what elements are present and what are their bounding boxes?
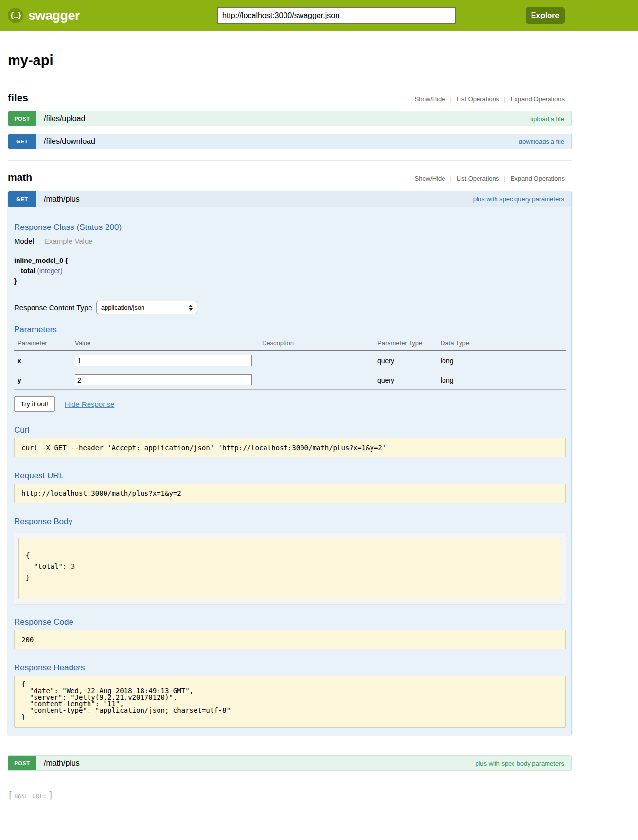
resource-math: math Show/Hide|List Operations|Expand Op… <box>8 172 572 771</box>
footer-base-url: [BASE URL:] <box>8 790 638 800</box>
op-panel-math-get-plus: GET /math/plus plus with spec query para… <box>8 191 572 735</box>
response-body-heading: Response Body <box>14 517 566 526</box>
link-separator: | <box>450 95 451 103</box>
response-body-wrap: { "total": 3 } <box>14 533 566 604</box>
col-parameter: Parameter <box>14 337 75 350</box>
request-url-value: http://localhost:3000/math/plus?x=1&y=2 <box>14 484 566 503</box>
try-row: Try it out! Hide Response <box>14 396 566 412</box>
response-headers-heading: Response Headers <box>14 663 566 673</box>
op-row-files-download[interactable]: GET /files/download downloads a file <box>8 134 572 149</box>
op-summary-math-get-plus[interactable]: plus with spec query parameters <box>473 195 564 203</box>
expand-operations-link[interactable]: Expand Operations <box>511 175 565 182</box>
col-data-type: Data Type <box>441 337 566 350</box>
op-row-math-get-plus[interactable]: GET /math/plus plus with spec query para… <box>8 191 571 207</box>
tab-model[interactable]: Model <box>14 237 34 245</box>
response-class-tabs: Model Example Value <box>14 235 566 246</box>
op-path-math-get-plus[interactable]: /math/plus <box>44 195 80 204</box>
op-path-files-download[interactable]: /files/download <box>44 137 95 146</box>
get-method-badge: GET <box>8 134 36 149</box>
show-hide-link[interactable]: Show/Hide <box>415 175 445 182</box>
swagger-logo-link[interactable]: {…} swagger <box>8 0 80 31</box>
col-description: Description <box>262 337 377 350</box>
list-operations-link[interactable]: List Operations <box>457 175 499 182</box>
model-signature: inline_model_0 { total (integer) } <box>14 256 566 286</box>
tab-example-value[interactable]: Example Value <box>44 237 93 245</box>
response-content-type-label: Response Content Type <box>14 303 92 312</box>
param-description-y <box>262 370 377 390</box>
spec-url-input[interactable] <box>217 7 456 24</box>
footer-bracket-close: ] <box>48 790 53 800</box>
link-separator: | <box>504 175 505 182</box>
response-headers-json: { "date": "Wed, 22 Aug 2018 18:49:13 GMT… <box>14 676 566 728</box>
api-title: my-api <box>8 52 572 69</box>
param-value-input-x[interactable] <box>75 355 252 366</box>
model-open: inline_model_0 { <box>14 256 566 266</box>
col-value: Value <box>75 337 262 350</box>
resource-files-links: Show/Hide|List Operations|Expand Operati… <box>415 95 572 103</box>
show-hide-link[interactable]: Show/Hide <box>415 95 445 103</box>
resource-math-head: math Show/Hide|List Operations|Expand Op… <box>8 172 572 183</box>
parameters-header-row: Parameter Value Description Parameter Ty… <box>14 337 566 350</box>
param-value-input-y[interactable] <box>75 374 252 385</box>
param-type-x: query <box>377 350 441 370</box>
response-code-heading: Response Code <box>14 617 566 627</box>
param-name-x: x <box>14 350 75 370</box>
topbar: {…} swagger Explore <box>0 0 638 31</box>
op-summary-math-post-plus[interactable]: plus with spec body parameters <box>475 760 564 767</box>
op-path-files-upload[interactable]: /files/upload <box>44 114 85 123</box>
param-name-y: y <box>14 370 75 390</box>
parameters-heading: Parameters <box>14 325 566 334</box>
swagger-logo-text: swagger <box>28 8 80 23</box>
resource-math-links: Show/Hide|List Operations|Expand Operati… <box>415 175 572 182</box>
op-row-files-upload[interactable]: POST /files/upload upload a file <box>8 111 572 126</box>
request-url-heading: Request URL <box>14 471 566 481</box>
parameters-table: Parameter Value Description Parameter Ty… <box>14 337 566 390</box>
op-summary-files-download[interactable]: downloads a file <box>519 138 564 145</box>
link-separator: | <box>450 175 451 182</box>
explore-button[interactable]: Explore <box>526 7 565 24</box>
try-it-out-button[interactable]: Try it out! <box>14 396 55 412</box>
response-content-type-value: application/json <box>101 304 145 311</box>
post-method-badge: POST <box>8 111 36 126</box>
param-description-x <box>262 350 377 370</box>
content-wrap: my-api files Show/Hide|List Operations|E… <box>8 52 572 771</box>
parameter-row-y: y query long <box>14 370 566 390</box>
response-content-type-select[interactable]: application/json <box>96 301 197 314</box>
model-property-type: (integer) <box>37 267 62 275</box>
resource-math-title[interactable]: math <box>8 172 32 183</box>
response-body-json: { "total": 3 } <box>18 538 561 599</box>
model-property: total (integer) <box>14 266 566 276</box>
get-method-badge: GET <box>8 191 36 207</box>
response-body-json-number: 3 <box>71 562 75 570</box>
list-operations-link[interactable]: List Operations <box>457 95 499 103</box>
hide-response-link[interactable]: Hide Response <box>65 400 115 408</box>
param-type-y: query <box>377 370 441 390</box>
swagger-logo-icon: {…} <box>8 8 23 23</box>
parameter-row-x: x query long <box>14 350 566 370</box>
select-arrows-icon <box>189 305 193 311</box>
response-content-type-row: Response Content Type application/json <box>14 301 566 314</box>
response-body-json-close: } <box>26 574 30 581</box>
param-data-type-y: long <box>441 370 566 390</box>
footer-base-url-label: BASE URL: <box>13 793 48 800</box>
op-summary-files-upload[interactable]: upload a file <box>530 115 564 122</box>
post-method-badge: POST <box>8 756 36 770</box>
curl-heading: Curl <box>14 425 566 435</box>
resource-files-head: files Show/Hide|List Operations|Expand O… <box>8 92 572 104</box>
resource-files-title[interactable]: files <box>8 92 28 104</box>
response-body-json-open: { "total": <box>26 551 71 570</box>
param-data-type-x: long <box>441 350 566 370</box>
response-code-value: 200 <box>14 630 566 649</box>
col-parameter-type: Parameter Type <box>377 337 441 350</box>
expand-operations-link[interactable]: Expand Operations <box>511 95 565 103</box>
op-path-math-post-plus[interactable]: /math/plus <box>44 759 80 768</box>
curl-command: curl -X GET --header 'Accept: applicatio… <box>14 438 566 457</box>
response-class-heading: Response Class (Status 200) <box>14 223 566 232</box>
footer-bracket-open: [ <box>8 790 13 800</box>
op-content: Response Class (Status 200) Model Exampl… <box>8 207 571 735</box>
resource-files: files Show/Hide|List Operations|Expand O… <box>8 92 572 161</box>
model-close: } <box>14 276 566 286</box>
model-property-name: total <box>21 267 35 275</box>
op-row-math-post-plus[interactable]: POST /math/plus plus with spec body para… <box>8 755 572 771</box>
link-separator: | <box>504 95 505 103</box>
